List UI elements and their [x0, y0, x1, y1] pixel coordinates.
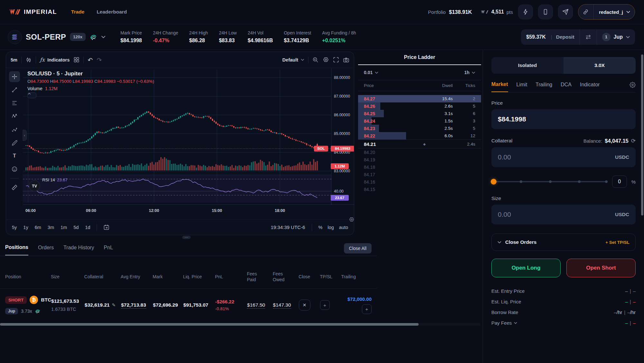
- scale-auto[interactable]: auto: [339, 225, 348, 230]
- ladder-row[interactable]: 84.23 2.5s 5: [358, 125, 481, 132]
- chart-settings-button[interactable]: [323, 57, 329, 63]
- info-row-est-liq-price: Est. Liq. Price –|–: [491, 296, 636, 307]
- tab-positions[interactable]: Positions: [5, 244, 28, 255]
- ladder-current-row[interactable]: 84.21 ◆ 2.4s: [358, 139, 481, 148]
- chart-plot-area[interactable]: 88.0000087.0000086.0000085.0000084.00000…: [23, 68, 354, 219]
- range-1m[interactable]: 1m: [61, 225, 67, 230]
- ladder-row[interactable]: 84.26 2.6s 5: [358, 102, 481, 110]
- refresh-balance-icon[interactable]: ⟳: [631, 138, 636, 144]
- legend-collapse-button[interactable]: [27, 92, 36, 98]
- portfolio-value[interactable]: $138.91K: [449, 9, 472, 15]
- collateral-input[interactable]: 0.00 USDC: [491, 147, 636, 167]
- order-tab-limit[interactable]: Limit: [516, 82, 527, 92]
- ladder-row-empty[interactable]: 84.19: [358, 156, 481, 163]
- snapshot-button[interactable]: [343, 57, 349, 63]
- ladder-row[interactable]: 84.24 1.5s 3: [358, 117, 481, 125]
- imperial-logo[interactable]: IMPERIAL: [9, 8, 57, 16]
- collateral-slider[interactable]: [491, 181, 608, 182]
- ladder-row-empty[interactable]: 84.18: [358, 163, 481, 171]
- range-5d[interactable]: 5d: [73, 225, 79, 230]
- open-short-button[interactable]: Open Short: [566, 259, 636, 277]
- add-trailing-button[interactable]: +: [362, 304, 372, 314]
- close-orders-expander[interactable]: Close Orders + Set TP/SL: [491, 234, 636, 251]
- tab-pnl[interactable]: PnL: [104, 245, 113, 255]
- layout-grid-button[interactable]: [73, 57, 80, 63]
- trailing-value[interactable]: $72,000.00: [341, 296, 372, 302]
- route-selector[interactable]: 1 Jup: [597, 29, 635, 45]
- order-tab-trailing[interactable]: Trailing: [535, 82, 552, 92]
- range-6m[interactable]: 6m: [35, 225, 41, 230]
- indicators-button[interactable]: ƒx Indicators: [40, 57, 70, 63]
- fullscreen-button[interactable]: [333, 57, 339, 63]
- crosshair-tool[interactable]: [9, 71, 20, 82]
- close-position-button[interactable]: ✕: [299, 300, 310, 310]
- telegram-button[interactable]: [558, 5, 573, 19]
- margin-mode-button[interactable]: Isolated: [491, 57, 564, 74]
- tick-size-selector[interactable]: 0.01: [364, 70, 378, 75]
- emoji-tool[interactable]: [9, 164, 20, 175]
- nav-leaderboard[interactable]: Leaderboard: [97, 9, 127, 15]
- price-input[interactable]: $84.1998: [491, 109, 636, 129]
- ladder-row-empty[interactable]: 84.17: [358, 171, 481, 178]
- panel-resize-grip[interactable]: [182, 236, 191, 239]
- slider-percent-input[interactable]: 0: [612, 176, 627, 188]
- size-input[interactable]: 0.00 USDC: [491, 205, 636, 224]
- order-tab-market[interactable]: Market: [491, 81, 508, 92]
- undo-button[interactable]: ↶: [88, 56, 93, 63]
- fib-retracement-tool[interactable]: [9, 98, 20, 109]
- set-tpsl-button[interactable]: + Set TP/SL: [605, 240, 630, 245]
- ladder-row[interactable]: 84.22 6.0s 12: [358, 132, 481, 139]
- link-icon: [583, 9, 589, 15]
- order-tab-indicator[interactable]: Indicator: [580, 82, 600, 92]
- candle-style-button[interactable]: [25, 57, 32, 63]
- trend-line-tool[interactable]: [9, 84, 20, 95]
- redo-button[interactable]: ↷: [97, 56, 102, 63]
- edit-collateral-icon[interactable]: ✎: [112, 302, 116, 308]
- ladder-row-empty[interactable]: 84.16: [358, 178, 481, 186]
- chart-clock[interactable]: 19:34:39 UTC-6: [271, 224, 305, 230]
- tab-trade-history[interactable]: Trade History: [63, 245, 94, 255]
- interval-button[interactable]: 5m: [11, 57, 17, 62]
- scale-%[interactable]: %: [318, 225, 323, 230]
- swap-button[interactable]: [580, 29, 597, 45]
- scale-log[interactable]: log: [327, 225, 334, 230]
- panel-collapse-handle[interactable]: ‹: [23, 130, 27, 141]
- brush-tool[interactable]: [9, 137, 20, 148]
- scrollbar-thumb[interactable]: [0, 323, 419, 326]
- nav-trade[interactable]: Trade: [71, 9, 84, 15]
- open-long-button[interactable]: Open Long: [491, 259, 561, 277]
- text-tool[interactable]: T: [9, 150, 20, 161]
- max-leverage-badge: 120x: [70, 33, 86, 41]
- add-tpsl-button[interactable]: +: [320, 300, 330, 310]
- ladder-row[interactable]: 84.27 15.4s 2: [358, 95, 481, 102]
- range-3m[interactable]: 3m: [48, 225, 54, 230]
- window-selector[interactable]: 1h: [464, 70, 475, 75]
- range-5y[interactable]: 5y: [12, 225, 17, 230]
- deposit-button[interactable]: $59.37K | Deposit: [521, 29, 579, 45]
- leverage-button[interactable]: 3.0X: [564, 57, 636, 74]
- range-1y[interactable]: 1y: [23, 225, 28, 230]
- template-selector[interactable]: Default: [282, 57, 304, 62]
- pattern-tool[interactable]: [9, 111, 20, 122]
- ladder-row-empty[interactable]: 84.15: [358, 186, 481, 193]
- close-all-button[interactable]: Close All: [344, 243, 372, 253]
- market-selector[interactable]: SOL-PERP 120x: [8, 30, 120, 44]
- order-tab-dca[interactable]: DCA: [561, 82, 572, 92]
- wallet-menu[interactable]: redacted_j: [578, 4, 635, 20]
- range-1d[interactable]: 1d: [85, 225, 90, 230]
- ladder-row[interactable]: 84.25 3.1s 6: [358, 110, 481, 117]
- horizontal-scrollbar[interactable]: [0, 323, 480, 326]
- tab-orders[interactable]: Orders: [38, 245, 54, 255]
- vertical-scrollbar[interactable]: [641, 54, 643, 215]
- mobile-app-button[interactable]: [538, 5, 553, 19]
- go-to-date-button[interactable]: [103, 224, 109, 230]
- boost-button[interactable]: [518, 5, 533, 19]
- measure-tool[interactable]: [9, 182, 20, 193]
- wallet-link-area[interactable]: [578, 5, 594, 19]
- slider-thumb[interactable]: [491, 179, 497, 185]
- ladder-row-empty[interactable]: 84.20: [358, 148, 481, 156]
- forecast-tool[interactable]: [9, 124, 20, 135]
- points-display[interactable]: 4,511 pts: [480, 9, 513, 15]
- order-settings-gear-icon[interactable]: [630, 82, 636, 92]
- quick-search-button[interactable]: [312, 57, 319, 63]
